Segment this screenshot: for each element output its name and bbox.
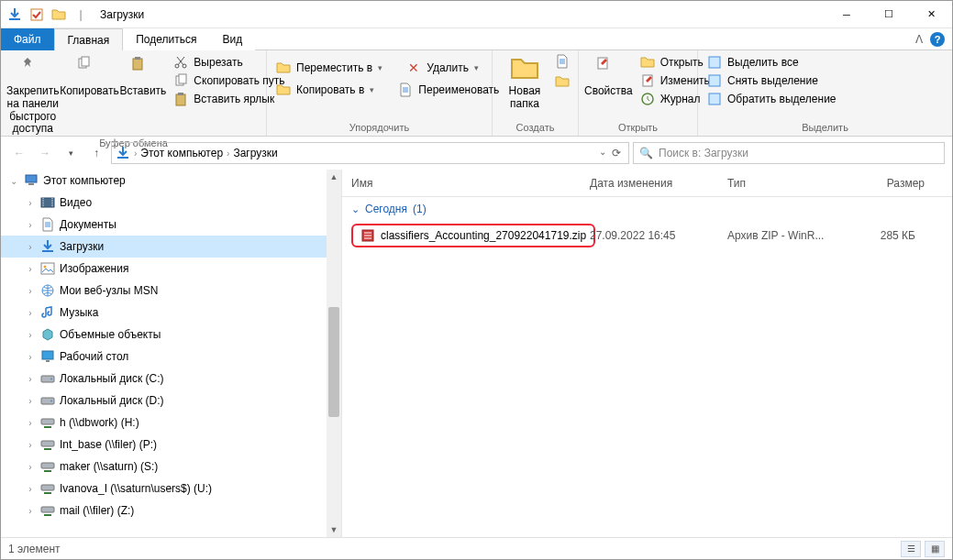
tree-item[interactable]: ›Локальный диск (C:): [1, 368, 341, 390]
qat-divider: |: [71, 5, 91, 25]
rename-button[interactable]: Переименовать: [394, 82, 503, 98]
view-large-icon[interactable]: ▦: [925, 541, 945, 557]
tab-home[interactable]: Главная: [54, 28, 124, 50]
help-icon[interactable]: ?: [930, 32, 945, 47]
tree-item-label: maker (\\saturn) (S:): [60, 460, 158, 473]
tree-scrollbar[interactable]: ▲ ▼: [327, 170, 341, 537]
nav-forward-button[interactable]: →: [34, 142, 56, 164]
file-list: Имя Дата изменения Тип Размер ⌄ Сегодня …: [342, 170, 952, 537]
tree-item-label: Объемные объекты: [60, 328, 161, 341]
tree-item[interactable]: ›Int_base (\\filer) (P:): [1, 434, 341, 456]
scroll-up-icon[interactable]: ▲: [327, 170, 341, 184]
scroll-thumb[interactable]: [328, 307, 339, 417]
delete-button[interactable]: ✕Удалить▾: [403, 60, 482, 76]
tree-root[interactable]: ⌄Этот компьютер: [1, 170, 341, 192]
tree-item[interactable]: ›Ivanova_I (\\saturn\users$) (U:): [1, 478, 341, 500]
tree-item-label: Загрузки: [60, 240, 104, 253]
new-item-icon[interactable]: [555, 54, 570, 69]
title-bar: | Загрузки ─ ☐ ✕: [1, 1, 952, 28]
nav-tree: ⌄Этот компьютер›Видео›Документы›Загрузки…: [1, 170, 342, 537]
close-button[interactable]: ✕: [910, 1, 952, 28]
doc-icon: [39, 216, 56, 233]
copy-to-button[interactable]: Копировать в▾: [272, 82, 378, 98]
tree-item-label: Документы: [60, 218, 116, 231]
chevron-right-icon[interactable]: ›: [227, 148, 229, 159]
download-icon: [39, 238, 56, 255]
copy-button[interactable]: Копировать: [62, 52, 116, 98]
tab-file[interactable]: Файл: [1, 28, 54, 50]
search-icon: 🔍: [639, 147, 653, 159]
qat-folder-icon[interactable]: [49, 5, 69, 25]
qat-properties-icon[interactable]: [27, 5, 47, 25]
netdisk-icon: [39, 458, 56, 475]
tree-item-label: Рабочий стол: [60, 350, 128, 363]
tree-item[interactable]: ›Видео: [1, 192, 341, 214]
group-label: Сегодня: [365, 203, 407, 215]
tree-item[interactable]: ›Загрузки: [1, 236, 341, 258]
col-size[interactable]: Размер: [856, 177, 952, 190]
3d-icon: [39, 326, 56, 343]
col-name[interactable]: Имя: [342, 177, 581, 190]
tree-item[interactable]: ›Локальный диск (D:): [1, 390, 341, 412]
breadcrumb-pc[interactable]: Этот компьютер: [140, 147, 223, 159]
web-icon: [39, 282, 56, 299]
netdisk-icon: [39, 436, 56, 453]
ribbon-tabs: Файл Главная Поделиться Вид ᐱ ?: [1, 28, 952, 50]
paste-button[interactable]: Вставить: [119, 52, 166, 98]
pin-quick-access-button[interactable]: Закрепить на панели быстрого доступа: [6, 52, 59, 136]
tree-item[interactable]: ›mail (\\filer) (Z:): [1, 500, 341, 522]
breadcrumb[interactable]: › Этот компьютер › Загрузки ⌄ ⟳: [111, 142, 629, 164]
tree-item-label: Int_base (\\filer) (P:): [60, 438, 157, 451]
select-all-button[interactable]: Выделить все: [704, 54, 840, 71]
nav-up-button[interactable]: ↑: [85, 142, 107, 164]
new-folder-button[interactable]: Новая папка: [498, 52, 551, 111]
refresh-icon[interactable]: ⟳: [612, 147, 621, 159]
tree-item[interactable]: ›Мои веб-узлы MSN: [1, 280, 341, 302]
tab-share[interactable]: Поделиться: [123, 28, 209, 50]
group-organize-label: Упорядочить: [272, 120, 486, 136]
tree-item[interactable]: ›Документы: [1, 214, 341, 236]
breadcrumb-downloads[interactable]: Загрузки: [233, 147, 277, 159]
search-box[interactable]: 🔍 Поиск в: Загрузки: [633, 142, 945, 164]
tree-item-label: mail (\\filer) (Z:): [60, 504, 134, 517]
video-icon: [39, 194, 56, 211]
group-create-label: Создать: [498, 120, 572, 136]
tree-item-label: Видео: [60, 196, 92, 209]
nav-back-button[interactable]: ←: [8, 142, 30, 164]
disk-icon: [39, 370, 56, 387]
tree-item[interactable]: ›maker (\\saturn) (S:): [1, 456, 341, 478]
tree-item[interactable]: ›Изображения: [1, 258, 341, 280]
col-type[interactable]: Тип: [718, 177, 856, 190]
status-text: 1 элемент: [8, 543, 61, 555]
music-icon: [39, 304, 56, 321]
breadcrumb-root-icon[interactable]: [116, 146, 130, 160]
properties-button[interactable]: Свойства: [584, 52, 633, 98]
tree-item[interactable]: ›Музыка: [1, 302, 341, 324]
file-row[interactable]: classifiers_Accounting_270922041719.zip …: [342, 221, 952, 250]
breadcrumb-dropdown-icon[interactable]: ⌄: [599, 147, 606, 159]
tree-item[interactable]: ›h (\\dbwork) (H:): [1, 412, 341, 434]
col-date[interactable]: Дата изменения: [581, 177, 718, 190]
view-details-icon[interactable]: ☰: [901, 541, 921, 557]
easy-access-icon[interactable]: [555, 74, 570, 89]
tree-item[interactable]: ›Рабочий стол: [1, 346, 341, 368]
ribbon-collapse-icon[interactable]: ᐱ: [915, 33, 923, 46]
tree-item-label: h (\\dbwork) (H:): [60, 416, 139, 429]
chevron-down-icon: ⌄: [351, 203, 360, 215]
scroll-down-icon[interactable]: ▼: [327, 522, 341, 537]
qat-download-icon[interactable]: [5, 5, 25, 25]
tree-item[interactable]: ›Объемные объекты: [1, 324, 341, 346]
tree-item-label: Локальный диск (C:): [60, 372, 164, 385]
invert-selection-button[interactable]: Обратить выделение: [704, 91, 840, 107]
group-open-label: Открыть: [584, 120, 692, 136]
nav-recent-button[interactable]: ▾: [60, 142, 82, 164]
netdisk-icon: [39, 502, 56, 519]
select-none-button[interactable]: Снять выделение: [704, 72, 840, 89]
maximize-button[interactable]: ☐: [868, 1, 910, 28]
move-to-button[interactable]: Переместить в▾: [272, 60, 386, 76]
tab-view[interactable]: Вид: [209, 28, 255, 50]
group-header[interactable]: ⌄ Сегодня (1): [342, 197, 952, 221]
chevron-right-icon[interactable]: ›: [134, 148, 137, 159]
column-headers: Имя Дата изменения Тип Размер: [342, 170, 952, 197]
minimize-button[interactable]: ─: [826, 1, 868, 28]
